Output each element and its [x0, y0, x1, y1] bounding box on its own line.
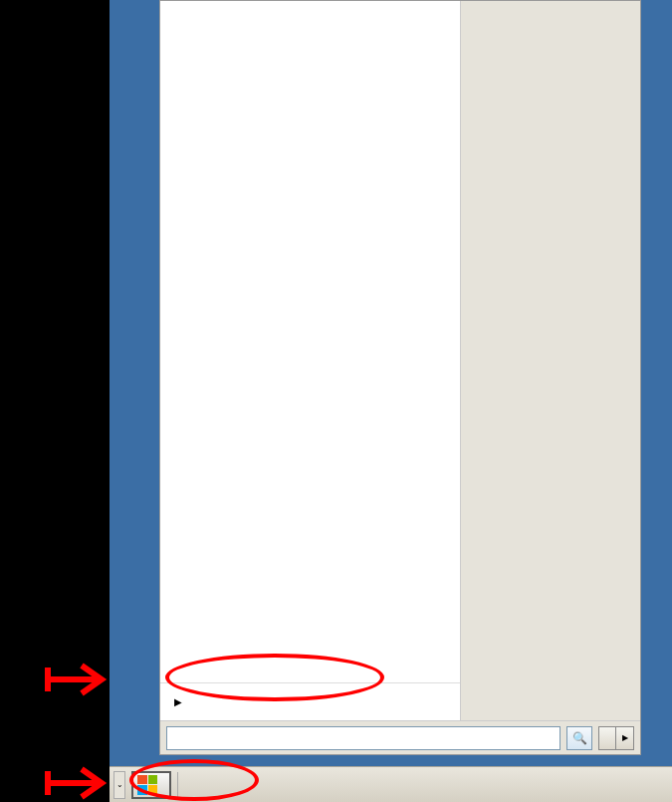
all-programs-item[interactable]: ▶ [160, 682, 460, 720]
start-button[interactable] [131, 771, 171, 799]
page-margin [0, 0, 110, 802]
start-menu-right-pane [461, 1, 640, 720]
start-menu-left-pane: ▶ [160, 1, 461, 720]
search-button[interactable]: 🔍 [566, 726, 592, 750]
taskbar-expand-button[interactable]: ⌄ [113, 771, 125, 799]
taskbar-divider [177, 772, 178, 798]
start-menu-bottom-bar: 🔍 ▶ [160, 720, 640, 754]
chevron-right-icon: ▶ [174, 696, 182, 707]
logout-button[interactable] [598, 726, 616, 750]
chevron-right-icon: ▶ [622, 733, 628, 742]
windows-logo-icon [137, 775, 157, 795]
program-list [160, 1, 460, 682]
start-menu: ▶ 🔍 ▶ [159, 0, 641, 755]
taskbar: ⌄ [110, 766, 672, 802]
logout-options-button[interactable]: ▶ [616, 726, 634, 750]
desktop-area: ▶ 🔍 ▶ [110, 0, 672, 802]
search-input[interactable] [166, 726, 560, 750]
search-icon: 🔍 [572, 731, 587, 745]
